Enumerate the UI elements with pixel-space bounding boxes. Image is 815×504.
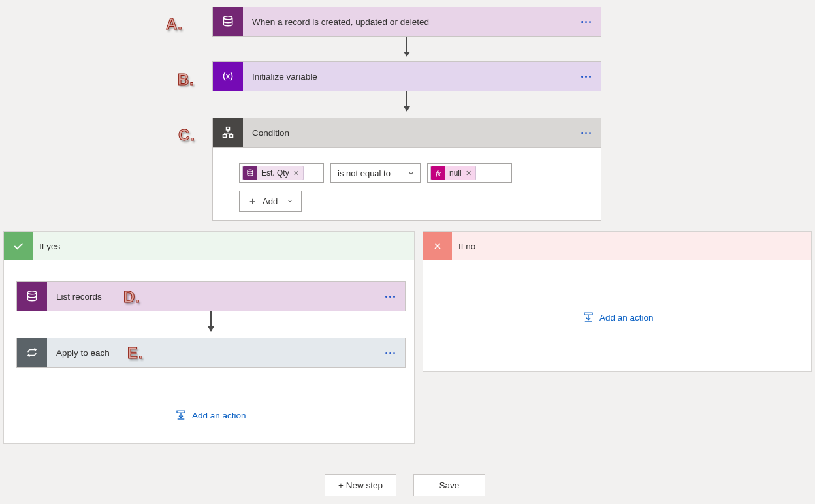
svg-rect-2 [223, 134, 227, 137]
condition-left-token-text: Est. Qty [257, 168, 293, 178]
save-button[interactable]: Save [413, 474, 485, 496]
condition-label: Condition [243, 128, 571, 138]
fx-icon: fx [431, 166, 445, 180]
add-action-yes[interactable]: Add an action [175, 409, 246, 421]
new-step-label: + New step [338, 480, 383, 490]
if-no-title: If no [452, 242, 475, 251]
svg-point-4 [248, 170, 253, 172]
init-variable-menu[interactable] [571, 76, 601, 78]
if-yes-branch: If yes List records D. Apply to eac [3, 231, 415, 444]
condition-right-operand[interactable]: fx null ✕ [427, 163, 512, 183]
connector-arrow [406, 91, 408, 111]
init-variable-card[interactable]: Initialize variable [212, 61, 601, 91]
add-action-icon [583, 311, 594, 323]
add-action-icon [175, 409, 187, 421]
condition-icon [213, 118, 243, 147]
list-records-menu[interactable] [375, 296, 405, 298]
remove-token-icon[interactable]: ✕ [466, 169, 475, 178]
if-no-branch: If no Add an action [423, 231, 812, 372]
annotation-c: C. [178, 126, 195, 144]
svg-point-0 [223, 16, 232, 20]
database-icon [243, 166, 257, 180]
condition-body: Est. Qty ✕ is not equal to fx null ✕ ＋ A… [212, 148, 601, 221]
connector-arrow [406, 37, 408, 56]
add-action-no-label: Add an action [599, 313, 654, 323]
svg-rect-6 [177, 411, 185, 413]
add-action-yes-label: Add an action [192, 411, 246, 420]
apply-to-each-label: Apply to each [47, 348, 375, 358]
chevron-down-icon [287, 198, 293, 204]
svg-rect-1 [227, 127, 230, 130]
add-action-no[interactable]: Add an action [583, 311, 654, 323]
apply-to-each-card[interactable]: Apply to each [16, 338, 406, 368]
condition-left-operand[interactable]: Est. Qty ✕ [239, 163, 324, 183]
database-icon [17, 282, 47, 311]
remove-token-icon[interactable]: ✕ [293, 169, 303, 178]
svg-rect-7 [584, 313, 592, 315]
svg-point-5 [27, 291, 36, 294]
if-no-header: If no [423, 232, 811, 260]
svg-rect-3 [230, 134, 233, 137]
apply-to-each-menu[interactable] [375, 352, 405, 354]
chevron-down-icon [408, 170, 415, 177]
variable-icon [213, 62, 243, 91]
new-step-button[interactable]: + New step [325, 474, 396, 496]
trigger-menu[interactable] [571, 21, 601, 23]
condition-add-label: Add [263, 197, 278, 206]
loop-icon [17, 338, 47, 367]
list-records-label: List records [47, 292, 375, 302]
plus-icon: ＋ [248, 195, 257, 208]
condition-operator-text: is not equal to [338, 168, 391, 178]
connector-arrow [210, 311, 212, 331]
trigger-label: When a record is created, updated or del… [243, 17, 571, 27]
init-variable-label: Initialize variable [243, 72, 571, 82]
if-yes-header: If yes [4, 232, 414, 260]
list-records-card[interactable]: List records [16, 281, 406, 311]
close-icon [423, 232, 452, 260]
condition-operator-select[interactable]: is not equal to [330, 163, 421, 183]
check-icon [4, 232, 33, 260]
annotation-a: A. [166, 15, 183, 33]
condition-right-token-text: null [445, 168, 466, 178]
trigger-card[interactable]: When a record is created, updated or del… [212, 7, 601, 37]
annotation-b: B. [178, 71, 195, 89]
condition-add-button[interactable]: ＋ Add [239, 191, 302, 212]
condition-card[interactable]: Condition [212, 118, 601, 148]
database-icon [213, 7, 243, 36]
condition-menu[interactable] [571, 132, 601, 134]
if-yes-title: If yes [33, 242, 60, 251]
save-label: Save [439, 480, 460, 490]
